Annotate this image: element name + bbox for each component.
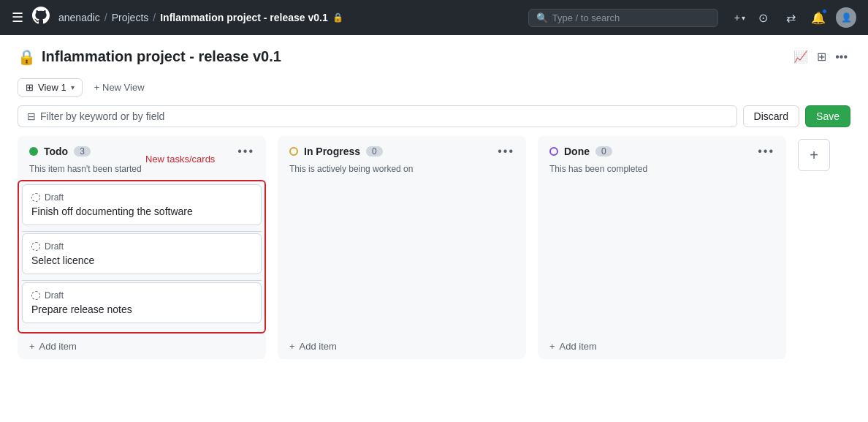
layout-button[interactable]: ⊞ xyxy=(814,47,829,67)
plus-icon: + xyxy=(29,341,35,352)
done-column-desc: This has been completed xyxy=(538,164,786,180)
inprogress-cards-area xyxy=(278,180,526,334)
inprogress-column-title: In Progress xyxy=(304,146,360,157)
add-column-button[interactable]: + xyxy=(798,139,830,171)
card1-title: Finish off documenting the software xyxy=(31,206,252,217)
todo-column-count: 3 xyxy=(74,146,91,157)
card3-title: Prepare release notes xyxy=(31,304,252,315)
done-column-menu[interactable]: ••• xyxy=(758,145,774,158)
search-hint: Type / to search xyxy=(552,12,620,23)
todo-card-2[interactable]: Draft Select licence xyxy=(22,233,262,274)
card3-draft-label: Draft xyxy=(31,290,252,301)
todo-column-menu[interactable]: ••• xyxy=(237,145,254,158)
more-options-button[interactable]: ••• xyxy=(832,47,850,67)
filter-bar: ⊟ Discard Save xyxy=(0,102,868,136)
search-icon: 🔍 xyxy=(536,12,548,23)
todo-add-item-button[interactable]: + Add item xyxy=(18,334,266,359)
card2-draft-label: Draft xyxy=(31,241,252,252)
done-status-dot xyxy=(549,147,558,156)
inprogress-column-count: 0 xyxy=(366,146,383,157)
card3-draft-text: Draft xyxy=(45,290,64,301)
user-avatar[interactable]: 👤 xyxy=(836,7,856,28)
card1-draft-label: Draft xyxy=(31,192,252,203)
search-bar[interactable]: 🔍 Type / to search xyxy=(528,9,718,27)
create-new-button[interactable]: + ▾ xyxy=(734,12,745,23)
breadcrumb-current: Inflammation project - release v0.1 xyxy=(160,12,328,23)
page-title: 🔒 Inflammation project - release v0.1 xyxy=(18,48,281,66)
todo-column-header: Todo 3 ••• xyxy=(18,136,266,164)
todo-column-desc: This item hasn't been started xyxy=(18,164,266,180)
view-tabs-bar: ⊞ View 1 ▾ + New View xyxy=(0,72,868,102)
inprogress-add-item-button[interactable]: + Add item xyxy=(278,334,526,359)
done-column-header: Done 0 ••• xyxy=(538,136,786,164)
card2-title: Select licence xyxy=(31,255,252,266)
breadcrumb-projects[interactable]: Projects xyxy=(112,12,149,23)
notifications-icon[interactable]: 🔔 xyxy=(808,7,829,28)
title-lock-icon: 🔒 xyxy=(18,48,36,66)
plus-icon: + xyxy=(289,341,295,352)
inprogress-column-header: In Progress 0 ••• xyxy=(278,136,526,164)
inprogress-add-label: Add item xyxy=(300,341,337,352)
view1-tab-label: View 1 xyxy=(38,82,66,93)
discard-button[interactable]: Discard xyxy=(743,105,799,127)
done-cards-area xyxy=(538,180,786,334)
done-add-label: Add item xyxy=(560,341,597,352)
breadcrumb-sep2: / xyxy=(153,12,156,23)
inprogress-column-desc: This is actively being worked on xyxy=(278,164,526,180)
todo-status-dot xyxy=(29,147,38,156)
plus-icon: + xyxy=(549,341,555,352)
hamburger-menu[interactable]: ☰ xyxy=(12,10,23,26)
filter-input-container[interactable]: ⊟ xyxy=(18,105,737,127)
view1-tab[interactable]: ⊞ View 1 ▾ xyxy=(18,78,83,97)
save-button[interactable]: Save xyxy=(805,105,850,127)
divider xyxy=(22,280,262,281)
filter-icon: ⊟ xyxy=(27,110,36,122)
issues-icon[interactable]: ⊙ xyxy=(753,7,773,28)
draft-circle-icon xyxy=(31,291,40,300)
table-icon: ⊞ xyxy=(26,82,34,93)
github-logo[interactable] xyxy=(32,7,50,29)
todo-card-3[interactable]: Draft Prepare release notes xyxy=(22,282,262,323)
todo-column-title: Todo xyxy=(44,146,68,157)
lock-icon: 🔒 xyxy=(332,12,343,23)
project-board: Todo 3 ••• This item hasn't been started… xyxy=(0,136,868,377)
breadcrumb: anenadic / Projects / Inflammation proje… xyxy=(58,12,343,23)
done-column-count: 0 xyxy=(595,146,612,157)
inprogress-status-dot xyxy=(289,147,298,156)
nav-actions: + ▾ ⊙ ⇄ 🔔 👤 xyxy=(734,7,856,28)
page-header: 🔒 Inflammation project - release v0.1 📈 … xyxy=(0,35,868,72)
chevron-icon: ▾ xyxy=(742,14,745,22)
breadcrumb-sep1: / xyxy=(104,12,107,23)
chevron-down-icon: ▾ xyxy=(71,83,75,91)
inprogress-column-menu[interactable]: ••• xyxy=(498,145,514,158)
todo-cards-area: Draft Finish off documenting the softwar… xyxy=(18,180,266,334)
done-add-item-button[interactable]: + Add item xyxy=(538,334,786,359)
new-view-label: + New View xyxy=(94,82,145,93)
breadcrumb-user[interactable]: anenadic xyxy=(58,12,100,23)
done-column-title: Done xyxy=(564,146,590,157)
draft-circle-icon xyxy=(31,193,40,202)
plus-icon: + xyxy=(734,12,740,23)
done-column: Done 0 ••• This has been completed + Add… xyxy=(538,136,786,359)
todo-card-1[interactable]: Draft Finish off documenting the softwar… xyxy=(22,184,262,225)
top-navigation: ☰ anenadic / Projects / Inflammation pro… xyxy=(0,0,868,35)
card2-draft-text: Draft xyxy=(45,241,64,252)
new-view-button[interactable]: + New View xyxy=(88,79,151,96)
todo-add-label: Add item xyxy=(39,341,77,352)
page-header-actions: 📈 ⊞ ••• xyxy=(791,47,850,67)
card1-draft-text: Draft xyxy=(45,192,64,203)
divider xyxy=(22,231,262,232)
todo-column: Todo 3 ••• This item hasn't been started… xyxy=(18,136,266,359)
pullrequest-icon[interactable]: ⇄ xyxy=(780,7,801,28)
draft-circle-icon xyxy=(31,242,40,251)
inprogress-column: In Progress 0 ••• This is actively being… xyxy=(278,136,526,359)
chart-view-button[interactable]: 📈 xyxy=(791,47,811,67)
filter-input[interactable] xyxy=(40,110,728,122)
